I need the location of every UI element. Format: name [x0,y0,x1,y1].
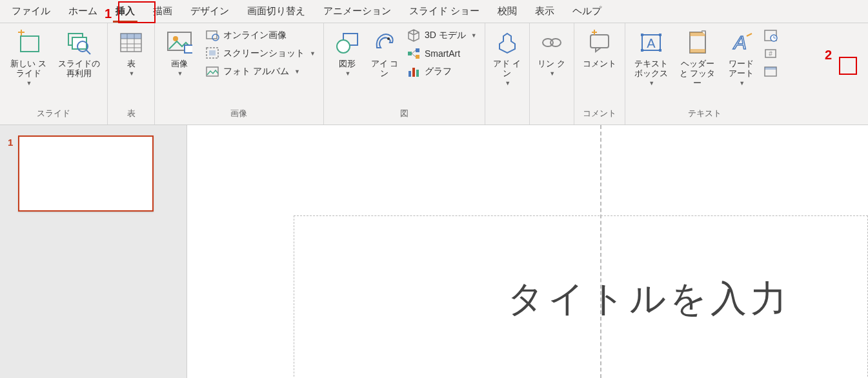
svg-line-49 [747,34,752,36]
svg-rect-46 [690,32,705,36]
svg-point-23 [337,40,350,53]
reuse-slide-label: スライドの 再利用 [57,59,101,79]
group-addin: アド イン ▼ [485,23,530,124]
slide-number-button[interactable]: # [763,46,779,62]
svg-text:A: A [647,36,656,50]
icons-icon [372,30,398,55]
tab-view[interactable]: 表示 [526,0,563,23]
textbox-icon: A [638,30,664,55]
addin-button[interactable]: アド イン ▼ [490,27,524,89]
group-image-label: 画像 [230,105,247,123]
smartart-icon [407,46,421,61]
svg-marker-33 [500,34,515,53]
svg-rect-57 [765,67,776,70]
group-illustration-label: 図 [400,105,409,123]
image-button[interactable]: 画像 ▼ [160,27,199,79]
comment-icon [587,30,612,55]
chart-button[interactable]: グラフ [404,63,479,80]
chevron-down-icon: ▼ [129,70,135,77]
photo-album-button[interactable]: フォト アルバム ▼ [203,63,318,80]
photo-album-label: フォト アルバム [223,66,289,77]
group-image: 画像 ▼ オンライン画像 スクリーンショット ▼ フォト アルバム ▼ 画像 [155,23,324,124]
svg-point-15 [173,36,178,41]
online-image-button[interactable]: オンライン画像 [203,27,318,44]
addin-icon [494,30,520,55]
title-text: タイトルを入力 [507,275,791,324]
chevron-down-icon: ▼ [26,80,32,86]
title-placeholder[interactable]: タイトルを入力 [294,215,868,378]
new-slide-button[interactable]: 新しい スライド ▼ [5,27,52,89]
svg-rect-16 [185,45,192,53]
textbox-label: テキスト ボックス [632,59,671,79]
tab-home[interactable]: ホーム [59,0,106,23]
tab-file[interactable]: ファイル [3,0,59,23]
thumb-number: 1 [8,135,13,148]
svg-line-28 [412,50,416,54]
slide-thumb-1[interactable] [18,135,154,212]
chevron-down-icon: ▼ [505,80,510,86]
chevron-down-icon: ▼ [549,70,555,77]
ribbon-tabs: ファイル ホーム 挿入 描画 デザイン 画面切り替え アニメーション スライド … [0,0,868,23]
svg-rect-31 [412,68,415,77]
group-comment: コメント コメント [574,23,625,124]
table-button[interactable]: 表 ▼ [113,27,149,79]
link-button[interactable]: リン ク ▼ [535,27,569,79]
textbox-button[interactable]: A テキスト ボックス ▼ [631,27,672,89]
chart-icon [407,65,421,79]
online-image-label: オンライン画像 [223,30,287,41]
reuse-slide-button[interactable]: スライドの 再利用 [56,27,102,81]
tab-insert[interactable]: 挿入 [106,0,144,23]
svg-rect-32 [416,70,419,77]
new-slide-icon [15,30,41,55]
3d-model-label: 3D モデル [425,30,466,41]
svg-text:A: A [732,32,747,53]
svg-rect-30 [409,71,411,77]
svg-rect-26 [416,48,419,52]
table-icon [118,30,144,55]
chart-label: グラフ [425,66,452,77]
svg-rect-25 [408,52,412,55]
tab-design[interactable]: デザイン [181,0,238,23]
chevron-down-icon: ▼ [739,80,745,86]
online-image-icon [205,28,219,43]
tab-transition[interactable]: 画面切り替え [238,0,314,23]
svg-point-18 [212,34,219,41]
tab-draw[interactable]: 描画 [144,0,181,23]
addin-label: アド イン [492,59,523,79]
group-slide-label: スライド [37,105,70,123]
reuse-slide-icon [66,30,92,55]
wordart-button[interactable]: A ワード アート ▼ [723,27,760,89]
svg-line-29 [412,54,416,57]
chevron-down-icon: ▼ [177,70,183,77]
tab-help[interactable]: ヘルプ [563,0,611,23]
group-text-label: テキスト [688,105,722,123]
tab-animation[interactable]: アニメーション [314,0,400,23]
group-table-label: 表 [127,105,136,123]
header-footer-button[interactable]: ヘッダーと フッター [676,27,720,91]
svg-rect-44 [659,49,661,52]
tab-review[interactable]: 校閲 [489,0,526,23]
chevron-down-icon: ▼ [471,32,477,39]
icons-button[interactable]: アイ コン [369,27,400,81]
tab-slideshow[interactable]: スライド ショー [400,0,489,23]
svg-rect-47 [690,49,705,53]
slide-canvas[interactable]: タイトルを入力 [187,125,868,378]
comment-button[interactable]: コメント [580,27,620,72]
svg-rect-20 [209,50,216,55]
image-label: 画像 [171,59,188,69]
smartart-button[interactable]: SmartArt [404,45,479,62]
date-time-button[interactable] [763,28,779,44]
svg-rect-17 [207,31,217,39]
3d-model-button[interactable]: 3D モデル ▼ [404,27,479,44]
shapes-label: 図形 [339,59,356,69]
workarea: 1 タイトルを入力 [0,125,868,378]
shapes-button[interactable]: 図形 ▼ [329,27,365,79]
chevron-down-icon: ▼ [294,68,300,75]
object-button[interactable] [763,65,779,80]
chevron-down-icon: ▼ [649,80,654,86]
screenshot-button[interactable]: スクリーンショット ▼ [203,45,318,62]
svg-point-24 [387,37,390,40]
svg-text:#: # [769,50,772,57]
svg-rect-43 [641,49,643,52]
header-footer-icon [685,30,711,55]
